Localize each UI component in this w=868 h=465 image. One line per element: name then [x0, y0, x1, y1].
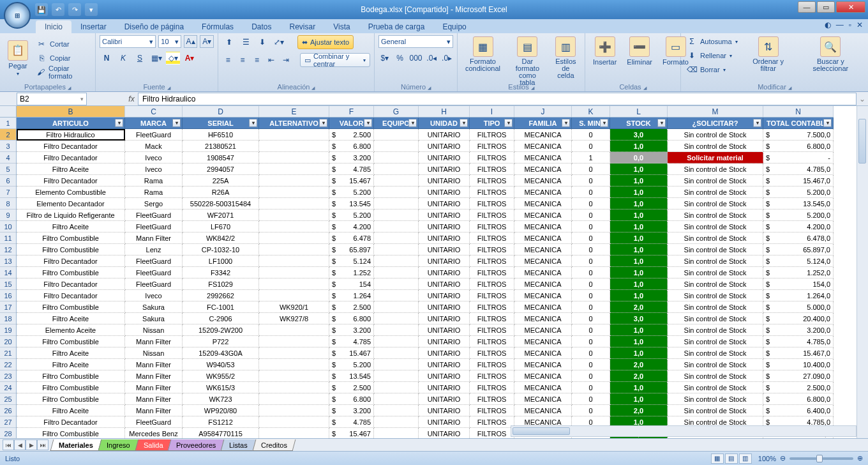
- cell[interactable]: 1,0: [610, 244, 668, 255]
- help-icon[interactable]: ◐: [825, 20, 831, 29]
- cell[interactable]: $154: [329, 278, 374, 290]
- cell[interactable]: [259, 347, 329, 359]
- cell[interactable]: MECANICA: [514, 232, 572, 244]
- cell[interactable]: FS1029: [183, 278, 259, 290]
- cell[interactable]: 1,0: [610, 278, 668, 290]
- sheet-tab-ingreso[interactable]: Ingreso: [98, 439, 138, 451]
- cell[interactable]: $3.200,0: [763, 324, 834, 336]
- row-header-9[interactable]: 9: [0, 210, 16, 221]
- cell[interactable]: WK920/1: [259, 301, 329, 313]
- cell[interactable]: MECANICA: [514, 347, 572, 359]
- cell[interactable]: [259, 416, 329, 428]
- name-box[interactable]: B2▾: [17, 93, 87, 105]
- cell[interactable]: $15.467: [329, 347, 374, 359]
- dar-formato-tabla-button[interactable]: ▤Dar formato como tabla: [507, 35, 548, 88]
- size-select[interactable]: 10▾: [158, 35, 181, 48]
- cell[interactable]: 0: [572, 210, 610, 221]
- col-header-F[interactable]: F: [329, 106, 374, 117]
- close-button[interactable]: ✕: [836, 1, 865, 13]
- cell[interactable]: $6.800: [329, 141, 374, 152]
- col-header-K[interactable]: K: [572, 106, 610, 117]
- borrar-button[interactable]: ⌫Borrar▾: [685, 63, 740, 76]
- cell[interactable]: Mann Filter: [125, 336, 183, 347]
- cell[interactable]: 0: [572, 290, 610, 301]
- cell[interactable]: FleetGuard: [125, 210, 183, 221]
- cell[interactable]: $4.200,0: [763, 221, 834, 232]
- cell[interactable]: $65.897,0: [763, 244, 834, 255]
- table-header[interactable]: ¿SOLICITAR?▾: [668, 118, 763, 129]
- cell[interactable]: FILTROS: [470, 347, 514, 359]
- cell[interactable]: UNITARIO: [419, 255, 470, 267]
- indent-inc-button[interactable]: ⇥: [280, 54, 292, 66]
- sheet-nav-first-icon[interactable]: ⏮: [3, 439, 14, 450]
- filter-dropdown-icon[interactable]: ▾: [172, 119, 181, 127]
- cell[interactable]: UNITARIO: [419, 187, 470, 198]
- border-button[interactable]: ▦▾: [149, 52, 163, 65]
- cell[interactable]: $15.467: [329, 175, 374, 187]
- minimize-button[interactable]: —: [798, 1, 816, 13]
- maximize-button[interactable]: ▭: [817, 1, 835, 13]
- cell[interactable]: R26A: [183, 187, 259, 198]
- cell[interactable]: $10.400,0: [763, 359, 834, 370]
- cell[interactable]: MECANICA: [514, 152, 572, 164]
- cell[interactable]: 2,0: [610, 370, 668, 382]
- row-header-16[interactable]: 16: [0, 290, 16, 301]
- cell[interactable]: MECANICA: [514, 359, 572, 370]
- cell[interactable]: Filtro Combustible: [17, 301, 125, 313]
- cell[interactable]: $4.785: [329, 416, 374, 428]
- filter-dropdown-icon[interactable]: ▾: [562, 119, 570, 127]
- cell[interactable]: $13.545: [329, 198, 374, 210]
- cell[interactable]: 2992662: [183, 290, 259, 301]
- cell[interactable]: $1.264: [329, 290, 374, 301]
- cell[interactable]: $15.467,0: [763, 175, 834, 187]
- cell[interactable]: Filtro Combustible: [17, 393, 125, 405]
- cell[interactable]: [374, 290, 419, 301]
- cell[interactable]: [374, 382, 419, 393]
- cell[interactable]: FILTROS: [470, 382, 514, 393]
- cell[interactable]: $5.124: [329, 255, 374, 267]
- row-headers[interactable]: 1234567891011121314151617181920212223242…: [0, 118, 17, 439]
- cell[interactable]: FILTROS: [470, 324, 514, 336]
- cell[interactable]: $2.500,0: [763, 382, 834, 393]
- tab-inicio[interactable]: Inicio: [36, 20, 71, 33]
- cell[interactable]: Filtro Decantador: [17, 416, 125, 428]
- cell[interactable]: FILTROS: [470, 255, 514, 267]
- rellenar-button[interactable]: ⬇Rellenar▾: [685, 49, 740, 62]
- align-left-button[interactable]: ≡: [222, 54, 234, 66]
- cell[interactable]: Lenz: [125, 244, 183, 255]
- cell[interactable]: 1,0: [610, 141, 668, 152]
- cell[interactable]: Sin control de Stock: [668, 244, 763, 255]
- cell[interactable]: Mann Filter: [125, 232, 183, 244]
- spreadsheet-grid[interactable]: BCDEFGHIJKLMN 12345678910111213141516171…: [0, 106, 868, 445]
- cell[interactable]: Filtro de Liquido Refigerante: [17, 210, 125, 221]
- cell[interactable]: $1.264,0: [763, 290, 834, 301]
- cell[interactable]: WK723: [183, 393, 259, 405]
- tab-revisar[interactable]: Revisar: [280, 20, 324, 33]
- table-header[interactable]: STOCK▾: [610, 118, 668, 129]
- cell[interactable]: WK927/8: [259, 313, 329, 324]
- row-header-8[interactable]: 8: [0, 198, 16, 210]
- view-layout-icon[interactable]: ▤: [725, 454, 738, 464]
- align-center-button[interactable]: ≡: [237, 54, 249, 66]
- cell[interactable]: MECANICA: [514, 141, 572, 152]
- table-header[interactable]: TIPO▾: [470, 118, 514, 129]
- cell[interactable]: UNITARIO: [419, 290, 470, 301]
- filter-dropdown-icon[interactable]: ▾: [600, 119, 608, 127]
- cell[interactable]: Elemento Combustible: [17, 187, 125, 198]
- cell[interactable]: MECANICA: [514, 244, 572, 255]
- zoom-out-icon[interactable]: ⊖: [780, 454, 786, 462]
- col-header-H[interactable]: H: [419, 106, 470, 117]
- cell[interactable]: $4.200: [329, 221, 374, 232]
- scroll-thumb[interactable]: [858, 119, 866, 164]
- cell[interactable]: 21380521: [183, 141, 259, 152]
- cell[interactable]: 15209-43G0A: [183, 347, 259, 359]
- filter-dropdown-icon[interactable]: ▾: [460, 119, 468, 127]
- cell[interactable]: [374, 324, 419, 336]
- cell[interactable]: MECANICA: [514, 198, 572, 210]
- cell[interactable]: [374, 278, 419, 290]
- cell[interactable]: Mann Filter: [125, 370, 183, 382]
- cell[interactable]: MECANICA: [514, 290, 572, 301]
- cell[interactable]: Filtro Decantador: [17, 278, 125, 290]
- cell[interactable]: $3.200: [329, 152, 374, 164]
- cell[interactable]: FleetGuard: [125, 278, 183, 290]
